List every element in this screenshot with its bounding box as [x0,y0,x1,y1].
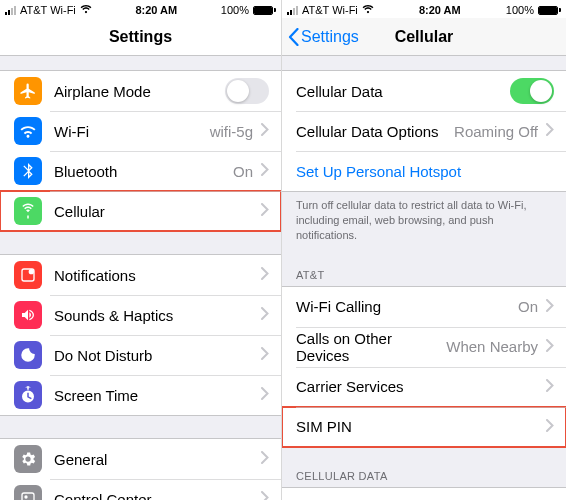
notifications-icon [14,261,42,289]
cellular-row[interactable]: Cellular [0,191,281,231]
wi-fi-row[interactable]: Wi-Fiwifi-5g [0,111,281,151]
control-center-row[interactable]: Control Center [0,479,281,500]
group-list: Airplane ModeWi-Fiwifi-5gBluetoothOnCell… [0,70,281,232]
battery-pct: 100% [506,4,534,16]
screentime-icon [14,381,42,409]
cellular-list[interactable]: Cellular DataCellular Data OptionsRoamin… [282,56,566,500]
signal-icon [5,6,16,15]
nav-bar: Settings Cellular [282,18,566,56]
group-header: CELLULAR DATA [282,470,566,487]
row-label: General [54,451,261,468]
settings-list[interactable]: Airplane ModeWi-Fiwifi-5gBluetoothOnCell… [0,56,281,500]
current-period-row[interactable]: Current Period722 MB [282,488,566,500]
status-bar: AT&T Wi-Fi 8:20 AM 100% [0,0,281,18]
group-list: NotificationsSounds & HapticsDo Not Dist… [0,254,281,416]
settings-group: NotificationsSounds & HapticsDo Not Dist… [0,254,281,416]
row-label: Airplane Mode [54,83,225,100]
group-list: Cellular DataCellular Data OptionsRoamin… [282,70,566,192]
row-label: Screen Time [54,387,261,404]
general-icon [14,445,42,473]
sounds-icon [14,301,42,329]
chevron-right-icon [546,298,554,316]
group-list: Current Period722 MBCurrent Period Roami… [282,487,566,500]
calls-on-other-devices-row[interactable]: Calls on Other DevicesWhen Nearby [282,327,566,367]
set-up-personal-hotspot-row[interactable]: Set Up Personal Hotspot [282,151,566,191]
sounds-haptics-row[interactable]: Sounds & Haptics [0,295,281,335]
bluetooth-row[interactable]: BluetoothOn [0,151,281,191]
general-row[interactable]: General [0,439,281,479]
airplane-mode-row[interactable]: Airplane Mode [0,71,281,111]
cellular-data-row[interactable]: Cellular Data [282,71,566,111]
chevron-right-icon [546,122,554,140]
chevron-right-icon [261,266,269,284]
row-value: On [233,163,253,180]
cellular-screen: AT&T Wi-Fi 8:20 AM 100% Settings Cellula… [282,0,566,500]
group-header: AT&T [282,269,566,286]
carrier-services-row[interactable]: Carrier Services [282,367,566,407]
sim-pin-row[interactable]: SIM PIN [282,407,566,447]
chevron-right-icon [546,378,554,396]
back-label: Settings [301,28,359,46]
settings-group: Airplane ModeWi-Fiwifi-5gBluetoothOnCell… [0,70,281,232]
toggle-switch[interactable] [225,78,269,104]
battery-icon [538,6,561,15]
cellular-icon [14,197,42,225]
screen-time-row[interactable]: Screen Time [0,375,281,415]
group-list: Wi-Fi CallingOnCalls on Other DevicesWhe… [282,286,566,448]
chevron-right-icon [261,202,269,220]
cellular-data-options-row[interactable]: Cellular Data OptionsRoaming Off [282,111,566,151]
page-title: Cellular [395,28,454,46]
chevron-right-icon [261,346,269,364]
notifications-row[interactable]: Notifications [0,255,281,295]
chevron-right-icon [261,162,269,180]
wifi-status-icon [362,4,374,16]
row-label: Cellular Data Options [296,123,454,140]
row-value: When Nearby [446,338,538,355]
page-title: Settings [109,28,172,46]
back-button[interactable]: Settings [288,28,359,46]
settings-group: CELLULAR DATACurrent Period722 MBCurrent… [282,470,566,500]
row-value: wifi-5g [210,123,253,140]
status-time: 8:20 AM [419,4,461,16]
nav-bar: Settings [0,18,281,56]
group-footer-note: Turn off cellular data to restrict all d… [282,192,566,247]
carrier-label: AT&T Wi-Fi [302,4,358,16]
wi-fi-calling-row[interactable]: Wi-Fi CallingOn [282,287,566,327]
bluetooth-icon [14,157,42,185]
settings-group: Cellular DataCellular Data OptionsRoamin… [282,70,566,247]
chevron-right-icon [261,306,269,324]
signal-icon [287,6,298,15]
row-label: Wi-Fi [54,123,210,140]
controlcenter-icon [14,485,42,500]
wifi-status-icon [80,4,92,16]
row-label: SIM PIN [296,418,546,435]
row-label: Bluetooth [54,163,233,180]
row-label: Set Up Personal Hotspot [296,163,554,180]
row-label: Control Center [54,491,261,501]
carrier-label: AT&T Wi-Fi [20,4,76,16]
svg-point-1 [29,269,34,274]
airplane-icon [14,77,42,105]
row-label: Notifications [54,267,261,284]
status-time: 8:20 AM [135,4,177,16]
row-label: Wi-Fi Calling [296,298,518,315]
settings-group: GeneralControl CenterAADisplay & Brightn… [0,438,281,500]
row-label: Cellular [54,203,261,220]
chevron-right-icon [261,450,269,468]
chevron-right-icon [261,490,269,500]
row-label: Cellular Data [296,83,510,100]
row-value: Roaming Off [454,123,538,140]
row-label: Sounds & Haptics [54,307,261,324]
battery-icon [253,6,276,15]
status-bar: AT&T Wi-Fi 8:20 AM 100% [282,0,566,18]
do-not-disturb-row[interactable]: Do Not Disturb [0,335,281,375]
wifi-icon [14,117,42,145]
chevron-right-icon [546,418,554,436]
group-list: GeneralControl CenterAADisplay & Brightn… [0,438,281,500]
toggle-switch[interactable] [510,78,554,104]
settings-screen: AT&T Wi-Fi 8:20 AM 100% Settings Airplan… [0,0,282,500]
battery-pct: 100% [221,4,249,16]
svg-point-3 [24,495,27,498]
settings-group: AT&TWi-Fi CallingOnCalls on Other Device… [282,269,566,448]
row-label: Calls on Other Devices [296,330,446,364]
